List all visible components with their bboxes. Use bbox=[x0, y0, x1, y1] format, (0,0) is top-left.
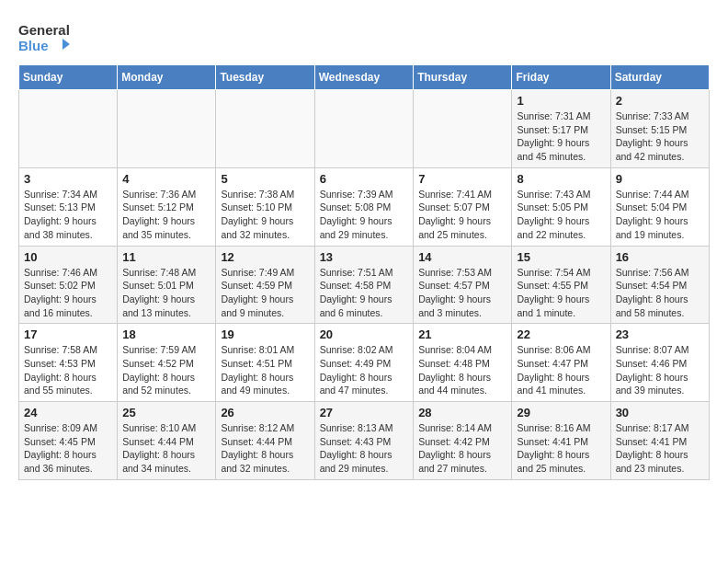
calendar-cell: 2Sunrise: 7:33 AMSunset: 5:15 PMDaylight… bbox=[610, 90, 709, 168]
day-number: 2 bbox=[616, 94, 704, 108]
day-info: Sunrise: 8:17 AMSunset: 4:41 PMDaylight:… bbox=[616, 421, 704, 476]
calendar-week-1: 1Sunrise: 7:31 AMSunset: 5:17 PMDaylight… bbox=[19, 90, 710, 168]
calendar-cell: 8Sunrise: 7:43 AMSunset: 5:05 PMDaylight… bbox=[512, 167, 610, 246]
calendar-week-2: 3Sunrise: 7:34 AMSunset: 5:13 PMDaylight… bbox=[19, 167, 710, 246]
day-number: 15 bbox=[517, 250, 605, 264]
calendar-cell: 15Sunrise: 7:54 AMSunset: 4:55 PMDayligh… bbox=[512, 246, 610, 324]
day-number: 20 bbox=[320, 327, 409, 341]
day-header-saturday: Saturday bbox=[610, 65, 709, 90]
day-info: Sunrise: 8:07 AMSunset: 4:46 PMDaylight:… bbox=[616, 343, 704, 397]
day-number: 14 bbox=[418, 250, 506, 264]
calendar-cell bbox=[118, 90, 216, 168]
day-number: 21 bbox=[418, 327, 506, 341]
calendar-cell: 23Sunrise: 8:07 AMSunset: 4:46 PMDayligh… bbox=[610, 324, 709, 402]
calendar-cell: 9Sunrise: 7:44 AMSunset: 5:04 PMDaylight… bbox=[610, 167, 709, 246]
calendar-cell: 14Sunrise: 7:53 AMSunset: 4:57 PMDayligh… bbox=[414, 246, 512, 324]
day-number: 10 bbox=[24, 250, 112, 264]
day-number: 16 bbox=[616, 250, 704, 264]
day-info: Sunrise: 7:43 AMSunset: 5:05 PMDaylight:… bbox=[517, 188, 605, 242]
calendar-cell: 28Sunrise: 8:14 AMSunset: 4:42 PMDayligh… bbox=[414, 402, 512, 480]
day-info: Sunrise: 7:39 AMSunset: 5:08 PMDaylight:… bbox=[320, 188, 409, 242]
day-header-tuesday: Tuesday bbox=[216, 65, 314, 90]
svg-text:Blue: Blue bbox=[18, 38, 49, 53]
calendar-week-4: 17Sunrise: 7:58 AMSunset: 4:53 PMDayligh… bbox=[19, 324, 710, 402]
day-number: 9 bbox=[616, 172, 704, 186]
calendar-table: SundayMondayTuesdayWednesdayThursdayFrid… bbox=[18, 64, 710, 480]
calendar-cell: 16Sunrise: 7:56 AMSunset: 4:54 PMDayligh… bbox=[610, 246, 709, 324]
day-info: Sunrise: 8:12 AMSunset: 4:44 PMDaylight:… bbox=[221, 421, 309, 476]
calendar-cell: 19Sunrise: 8:01 AMSunset: 4:51 PMDayligh… bbox=[216, 324, 314, 402]
calendar-cell: 24Sunrise: 8:09 AMSunset: 4:45 PMDayligh… bbox=[19, 402, 118, 480]
day-info: Sunrise: 8:06 AMSunset: 4:47 PMDaylight:… bbox=[517, 343, 605, 397]
calendar-cell: 7Sunrise: 7:41 AMSunset: 5:07 PMDaylight… bbox=[414, 167, 512, 246]
day-number: 7 bbox=[418, 172, 506, 186]
day-number: 17 bbox=[24, 327, 112, 341]
calendar-week-3: 10Sunrise: 7:46 AMSunset: 5:02 PMDayligh… bbox=[19, 246, 710, 324]
day-number: 18 bbox=[122, 327, 210, 341]
calendar-cell: 13Sunrise: 7:51 AMSunset: 4:58 PMDayligh… bbox=[314, 246, 414, 324]
day-number: 25 bbox=[122, 406, 210, 419]
day-info: Sunrise: 7:56 AMSunset: 4:54 PMDaylight:… bbox=[616, 266, 704, 320]
day-info: Sunrise: 7:46 AMSunset: 5:02 PMDaylight:… bbox=[24, 266, 112, 320]
day-header-thursday: Thursday bbox=[414, 65, 512, 90]
day-info: Sunrise: 8:13 AMSunset: 4:43 PMDaylight:… bbox=[320, 421, 409, 476]
day-info: Sunrise: 7:34 AMSunset: 5:13 PMDaylight:… bbox=[24, 188, 112, 242]
day-info: Sunrise: 7:53 AMSunset: 4:57 PMDaylight:… bbox=[418, 266, 506, 320]
day-info: Sunrise: 7:49 AMSunset: 4:59 PMDaylight:… bbox=[221, 266, 309, 320]
day-info: Sunrise: 8:04 AMSunset: 4:48 PMDaylight:… bbox=[418, 343, 506, 397]
day-header-friday: Friday bbox=[512, 65, 610, 90]
day-number: 4 bbox=[122, 172, 210, 186]
day-number: 5 bbox=[221, 172, 309, 186]
calendar-cell: 5Sunrise: 7:38 AMSunset: 5:10 PMDaylight… bbox=[216, 167, 314, 246]
day-info: Sunrise: 7:48 AMSunset: 5:01 PMDaylight:… bbox=[122, 266, 210, 320]
calendar-cell: 17Sunrise: 7:58 AMSunset: 4:53 PMDayligh… bbox=[19, 324, 118, 402]
day-number: 6 bbox=[320, 172, 409, 186]
day-info: Sunrise: 7:51 AMSunset: 4:58 PMDaylight:… bbox=[320, 266, 409, 320]
day-number: 11 bbox=[122, 250, 210, 264]
calendar-cell: 20Sunrise: 8:02 AMSunset: 4:49 PMDayligh… bbox=[314, 324, 414, 402]
calendar-cell: 3Sunrise: 7:34 AMSunset: 5:13 PMDaylight… bbox=[19, 167, 118, 246]
calendar-cell: 30Sunrise: 8:17 AMSunset: 4:41 PMDayligh… bbox=[610, 402, 709, 480]
calendar-cell: 11Sunrise: 7:48 AMSunset: 5:01 PMDayligh… bbox=[118, 246, 216, 324]
day-number: 12 bbox=[221, 250, 309, 264]
day-info: Sunrise: 7:33 AMSunset: 5:15 PMDaylight:… bbox=[616, 109, 704, 164]
day-info: Sunrise: 7:41 AMSunset: 5:07 PMDaylight:… bbox=[418, 188, 506, 242]
day-info: Sunrise: 7:36 AMSunset: 5:12 PMDaylight:… bbox=[122, 188, 210, 242]
calendar-header-row: SundayMondayTuesdayWednesdayThursdayFrid… bbox=[19, 65, 710, 90]
day-number: 8 bbox=[517, 172, 605, 186]
day-info: Sunrise: 7:58 AMSunset: 4:53 PMDaylight:… bbox=[24, 343, 112, 397]
day-header-sunday: Sunday bbox=[19, 65, 118, 90]
day-header-monday: Monday bbox=[118, 65, 216, 90]
calendar-cell: 4Sunrise: 7:36 AMSunset: 5:12 PMDaylight… bbox=[118, 167, 216, 246]
day-info: Sunrise: 8:09 AMSunset: 4:45 PMDaylight:… bbox=[24, 421, 112, 476]
svg-text:General: General bbox=[18, 22, 70, 38]
day-number: 1 bbox=[517, 94, 605, 108]
day-header-wednesday: Wednesday bbox=[314, 65, 414, 90]
calendar-cell: 26Sunrise: 8:12 AMSunset: 4:44 PMDayligh… bbox=[216, 402, 314, 480]
calendar-cell: 6Sunrise: 7:39 AMSunset: 5:08 PMDaylight… bbox=[314, 167, 414, 246]
calendar-cell bbox=[414, 90, 512, 168]
day-info: Sunrise: 7:31 AMSunset: 5:17 PMDaylight:… bbox=[517, 109, 605, 164]
logo-icon: GeneralBlue bbox=[18, 18, 74, 55]
calendar-cell: 27Sunrise: 8:13 AMSunset: 4:43 PMDayligh… bbox=[314, 402, 414, 480]
calendar-cell: 25Sunrise: 8:10 AMSunset: 4:44 PMDayligh… bbox=[118, 402, 216, 480]
calendar-cell: 18Sunrise: 7:59 AMSunset: 4:52 PMDayligh… bbox=[118, 324, 216, 402]
day-info: Sunrise: 8:01 AMSunset: 4:51 PMDaylight:… bbox=[221, 343, 309, 397]
calendar-cell: 1Sunrise: 7:31 AMSunset: 5:17 PMDaylight… bbox=[512, 90, 610, 168]
day-number: 22 bbox=[517, 327, 605, 341]
day-info: Sunrise: 8:02 AMSunset: 4:49 PMDaylight:… bbox=[320, 343, 409, 397]
day-info: Sunrise: 7:59 AMSunset: 4:52 PMDaylight:… bbox=[122, 343, 210, 397]
calendar-cell bbox=[216, 90, 314, 168]
day-number: 19 bbox=[221, 327, 309, 341]
day-info: Sunrise: 8:10 AMSunset: 4:44 PMDaylight:… bbox=[122, 421, 210, 476]
calendar-week-5: 24Sunrise: 8:09 AMSunset: 4:45 PMDayligh… bbox=[19, 402, 710, 480]
day-number: 29 bbox=[517, 406, 605, 419]
day-number: 27 bbox=[320, 406, 409, 419]
day-info: Sunrise: 7:54 AMSunset: 4:55 PMDaylight:… bbox=[517, 266, 605, 320]
logo: GeneralBlue bbox=[18, 18, 74, 55]
calendar-cell bbox=[19, 90, 118, 168]
day-number: 3 bbox=[24, 172, 112, 186]
calendar-cell: 22Sunrise: 8:06 AMSunset: 4:47 PMDayligh… bbox=[512, 324, 610, 402]
calendar-cell: 29Sunrise: 8:16 AMSunset: 4:41 PMDayligh… bbox=[512, 402, 610, 480]
day-number: 23 bbox=[616, 327, 704, 341]
